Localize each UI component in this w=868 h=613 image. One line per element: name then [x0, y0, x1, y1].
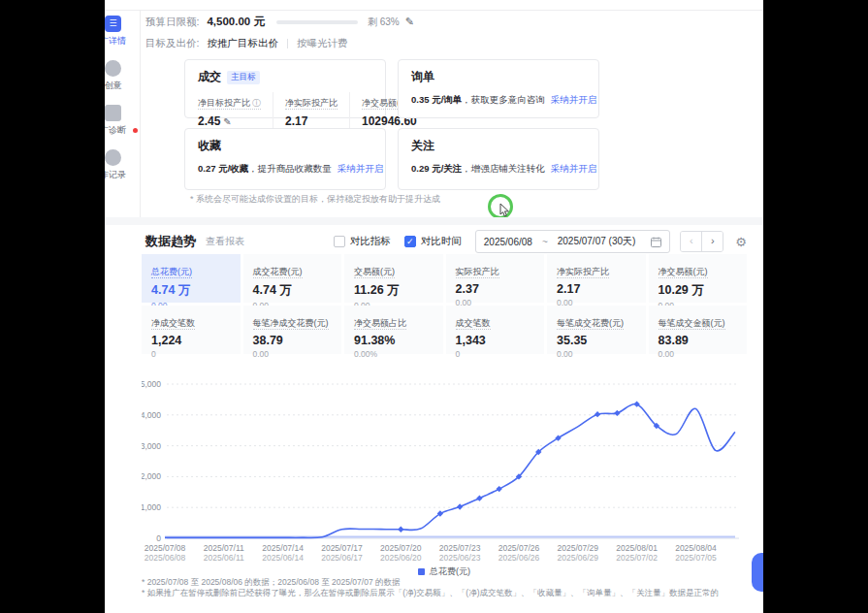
x-tick-primary: 2025/08/01: [610, 543, 664, 553]
metric-cell-compare-value: 0.00: [659, 349, 738, 359]
x-tick-primary: 2025/07/23: [433, 543, 487, 553]
metric-cell-r0-c3[interactable]: 实际投产比2.370.00: [446, 254, 545, 303]
metric-label: 净目标投产比ⓘ: [198, 98, 261, 110]
sidebar-item-label: 创意: [105, 80, 122, 92]
metric-cell-label: 每笔成交金额(元): [659, 318, 725, 330]
metric-cell-compare-value: 0.00: [253, 349, 333, 359]
metric-cell-label: 成交笔数: [456, 318, 491, 330]
edit-target-icon[interactable]: ✎: [223, 116, 231, 127]
trends-header: 数据趋势 查看报表 对比指标 ✓ 对比时间 2025/06/08 ~ 2025/…: [145, 230, 747, 253]
metric-cell-compare-value: 0.00%: [354, 349, 434, 359]
card-title-row: 成交 主目标: [198, 69, 372, 85]
sidebar-item-diagnose[interactable]: 广诊断: [105, 105, 140, 137]
metric-col: 净目标投产比ⓘ 2.45✎: [198, 92, 273, 128]
card-title: 询单: [411, 69, 586, 85]
campaign-detail-icon: ☰: [105, 16, 121, 32]
history-clock-icon: [105, 149, 121, 166]
notification-dot: [133, 128, 138, 133]
budget-progress-bar: [276, 20, 358, 24]
date-tilde: ~: [542, 237, 548, 247]
metric-col: 净实际投产比 2.17: [273, 92, 349, 128]
x-tick-secondary: 2025/06/29: [551, 553, 605, 563]
compare-metric-label: 对比指标: [350, 235, 391, 248]
info-icon[interactable]: ⓘ: [252, 98, 261, 108]
compare-time-label: 对比时间: [421, 235, 462, 248]
metric-cell-compare-value: 0: [151, 349, 231, 359]
metric-cell-label: 成交花费(元): [253, 267, 303, 278]
bidding-option-goal[interactable]: 按推广目标出价: [207, 37, 278, 50]
mouse-cursor-icon: [499, 204, 510, 217]
view-report-link[interactable]: 查看报表: [206, 235, 244, 248]
x-tick-primary: 2025/07/08: [138, 543, 192, 553]
x-tick-secondary: 2025/07/05: [668, 553, 723, 563]
sidebar-item-history[interactable]: 作记录: [105, 149, 140, 181]
metric-cell-r0-c1[interactable]: 成交花费(元)4.74 万0.00: [243, 254, 342, 303]
creative-bulb-icon: [105, 60, 121, 77]
goal-card-deal: 成交 主目标 净目标投产比ⓘ 2.45✎ 净实际投产比 2.17 净交易额(元)…: [184, 59, 386, 118]
adopt-enable-link[interactable]: 采纳并开启: [338, 163, 384, 174]
x-tick-secondary: 2025/06/11: [197, 553, 251, 563]
feedback-float-button[interactable]: [752, 553, 763, 592]
x-tick-primary: 2025/07/29: [551, 543, 605, 553]
metric-cell-r1-c2[interactable]: 净交易额占比91.38%0.00%: [344, 306, 443, 354]
svg-text:2,000: 2,000: [142, 471, 161, 481]
x-tick-secondary: 2025/07/02: [610, 553, 664, 563]
budget-row: 预算日限额: 4,500.00 元 剩 63% ✎: [145, 15, 414, 29]
metric-cell-compare-value: 0.00: [557, 349, 636, 359]
budget-label: 预算日限额:: [145, 16, 199, 29]
metric-cell-compare-value: 0: [456, 349, 535, 359]
metric-cell-value: 11.26 万: [354, 282, 434, 299]
adopt-enable-link[interactable]: 采纳并开启: [551, 94, 597, 105]
trend-chart[interactable]: 01,0002,0003,0004,0005,000: [142, 374, 747, 543]
x-tick-secondary: 2025/06/26: [492, 553, 546, 563]
x-tick-primary: 2025/07/20: [373, 543, 428, 553]
metric-cell-value: 83.89: [659, 334, 738, 347]
svg-text:4,000: 4,000: [142, 410, 161, 420]
metric-cell-r1-c1[interactable]: 每笔净成交花费(元)38.790.00: [243, 306, 342, 354]
metric-cell-r0-c4[interactable]: 净实际投产比2.170.00: [547, 254, 646, 303]
budget-edit-icon[interactable]: ✎: [405, 16, 414, 28]
metric-cell-r0-c2[interactable]: 交易额(元)11.26 万0.00: [344, 254, 443, 303]
adopt-enable-link[interactable]: 采纳并开启: [551, 163, 597, 174]
metric-cell-label: 总花费(元): [151, 267, 192, 278]
metric-cell-value: 1,343: [456, 334, 535, 347]
card-title: 成交: [198, 69, 221, 85]
legend-swatch: [418, 568, 425, 575]
metric-cell-value: 1,224: [151, 334, 231, 347]
x-tick-primary: 2025/08/04: [668, 543, 723, 553]
primary-goal-badge: 主目标: [227, 71, 260, 84]
compare-metric-checkbox[interactable]: [334, 236, 345, 247]
metric-cell-r1-c3[interactable]: 成交笔数1,3430: [446, 306, 545, 354]
svg-text:5,000: 5,000: [142, 379, 161, 389]
next-period-button[interactable]: ›: [702, 232, 723, 251]
metric-cell-label: 净交易额(元): [659, 267, 708, 278]
metric-cell-r0-c5[interactable]: 净交易额(元)10.29 万0.00: [649, 254, 748, 303]
sidebar-item-label: 广诊断: [105, 124, 126, 137]
bidding-option-exposure[interactable]: 按曝光计费: [297, 37, 348, 50]
goal-cards: 成交 主目标 净目标投产比ⓘ 2.45✎ 净实际投产比 2.17 净交易额(元)…: [184, 59, 599, 190]
date-range-picker[interactable]: 2025/06/08 ~ 2025/07/07 (30天): [475, 230, 671, 253]
metric-cell-value: 2.37: [456, 282, 535, 296]
cards-note: * 系统会尽可能达成你设置的目标，保持稳定投放有助于提升达成: [190, 193, 440, 206]
metric-cell-r1-c5[interactable]: 每笔成交金额(元)83.890.00: [649, 306, 748, 354]
card-metrics: 净目标投产比ⓘ 2.45✎ 净实际投产比 2.17 净交易额(元) 102946…: [198, 92, 372, 128]
metric-cell-r1-c4[interactable]: 每笔成交花费(元)35.350.00: [547, 306, 646, 354]
metric-cell-grid: 总花费(元)4.74 万0.00成交花费(元)4.74 万0.00交易额(元)1…: [142, 254, 747, 354]
sidebar: ☰ 广详情 创意 广诊断 作记录: [105, 11, 141, 217]
settings-gear-icon[interactable]: ⚙: [735, 235, 747, 249]
compare-time-checkbox[interactable]: ✓: [404, 236, 416, 247]
top-divider: [105, 10, 763, 11]
chart-x-axis-labels: 2025/07/082025/06/082025/07/112025/06/11…: [142, 543, 747, 563]
goal-card-favorite: 收藏 0.27 元/收藏，提升商品收藏数量采纳并开启: [184, 128, 386, 190]
sidebar-item-creative[interactable]: 创意: [105, 60, 140, 92]
goal-card-inquiry: 询单 0.35 元/询单，获取更多意向咨询采纳并开启: [398, 59, 599, 118]
metric-cell-r1-c0[interactable]: 净成交笔数1,2240: [142, 306, 241, 354]
prev-period-button[interactable]: ‹: [681, 232, 702, 251]
metric-cell-r0-c0[interactable]: 总花费(元)4.74 万0.00: [142, 254, 241, 303]
sidebar-item-detail[interactable]: ☰ 广详情: [105, 16, 140, 48]
x-tick-secondary: 2025/06/20: [373, 553, 428, 563]
bidding-label: 目标及出价:: [145, 37, 199, 50]
metric-cell-label: 每笔成交花费(元): [557, 318, 624, 330]
trends-title: 数据趋势: [145, 233, 196, 250]
sidebar-item-label: 作记录: [105, 169, 126, 181]
